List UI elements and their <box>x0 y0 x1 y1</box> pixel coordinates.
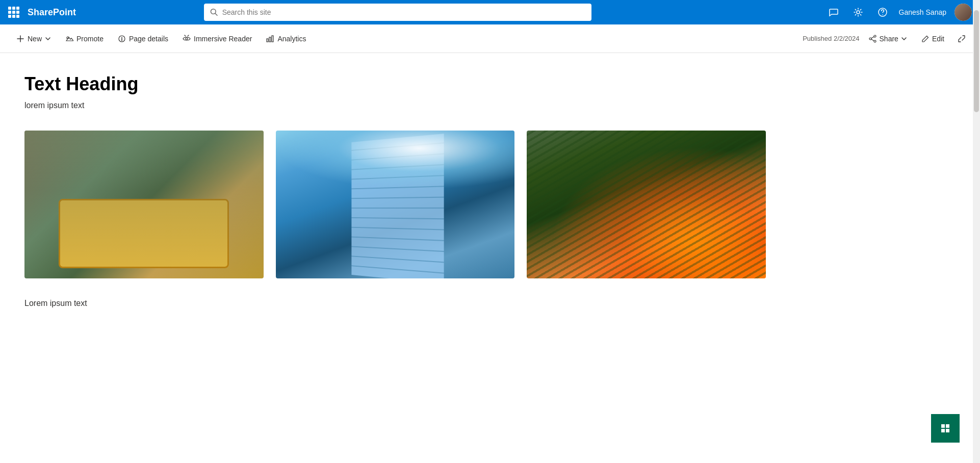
page-toolbar: New Promote Page details Immersive Reade… <box>0 24 980 53</box>
svg-line-1 <box>215 13 217 15</box>
main-content: Text Heading lorem ipsum text Lorem ipsu… <box>0 53 790 328</box>
waffle-icon <box>8 7 19 18</box>
immersive-reader-button[interactable]: Immersive Reader <box>176 30 258 48</box>
search-input[interactable] <box>222 8 586 16</box>
svg-point-14 <box>869 38 871 40</box>
share-button[interactable]: Share <box>864 31 912 47</box>
toolbar-right: Published 2/2/2024 Share Edit <box>803 31 970 47</box>
svg-point-4 <box>882 14 883 15</box>
promote-icon <box>65 35 73 43</box>
svg-point-8 <box>186 38 188 40</box>
fab-button[interactable] <box>931 414 960 443</box>
svg-rect-11 <box>272 36 273 42</box>
svg-point-12 <box>874 35 876 37</box>
svg-line-16 <box>871 39 874 41</box>
published-status: Published 2/2/2024 <box>803 35 859 42</box>
edit-icon <box>921 35 930 43</box>
question-icon <box>878 7 888 17</box>
bottom-text: Lorem ipsum text <box>24 299 766 308</box>
page-subtitle: lorem ipsum text <box>24 101 766 110</box>
scrollbar[interactable] <box>973 0 980 463</box>
immersive-reader-icon <box>183 35 191 43</box>
plus-icon <box>16 35 24 43</box>
scroll-thumb[interactable] <box>974 10 979 112</box>
svg-rect-19 <box>941 429 945 432</box>
svg-rect-10 <box>269 37 271 42</box>
svg-point-2 <box>857 11 860 14</box>
svg-rect-20 <box>946 429 949 432</box>
svg-rect-17 <box>941 424 945 428</box>
help-icon-button[interactable] <box>874 4 891 20</box>
page-details-button[interactable]: Page details <box>112 30 174 48</box>
user-name[interactable]: Ganesh Sanap <box>899 8 946 16</box>
search-icon <box>210 8 218 16</box>
image-card-3 <box>527 131 766 278</box>
analytics-icon <box>266 35 274 43</box>
sharepoint-logo[interactable]: SharePoint <box>28 7 76 18</box>
svg-rect-18 <box>946 424 949 428</box>
image-card-2 <box>276 131 515 278</box>
share-chevron-icon <box>901 36 907 42</box>
user-avatar[interactable] <box>955 4 972 21</box>
image-grid <box>24 131 766 278</box>
image-card-1 <box>24 131 264 278</box>
chat-icon-button[interactable] <box>826 4 842 20</box>
share-icon <box>869 35 877 43</box>
chat-icon <box>829 7 839 17</box>
page-details-icon <box>118 35 126 43</box>
edit-button[interactable]: Edit <box>916 31 949 47</box>
search-box <box>204 4 591 21</box>
waffle-menu-button[interactable] <box>8 7 19 18</box>
chevron-down-icon <box>45 36 51 42</box>
avatar-image <box>955 4 972 21</box>
focus-mode-button[interactable] <box>953 31 970 47</box>
svg-rect-9 <box>267 39 268 42</box>
expand-icon <box>958 35 966 43</box>
svg-line-15 <box>871 37 874 38</box>
promote-button[interactable]: Promote <box>59 30 110 48</box>
svg-point-13 <box>874 40 876 42</box>
top-navigation: SharePoint Ganesh Sanap <box>0 0 980 24</box>
gear-icon <box>853 7 863 17</box>
page-title: Text Heading <box>24 73 766 95</box>
analytics-button[interactable]: Analytics <box>260 30 312 48</box>
fab-icon <box>939 422 951 434</box>
settings-icon-button[interactable] <box>850 4 866 20</box>
nav-right-icons: Ganesh Sanap <box>826 4 972 21</box>
new-button[interactable]: New <box>10 30 57 48</box>
